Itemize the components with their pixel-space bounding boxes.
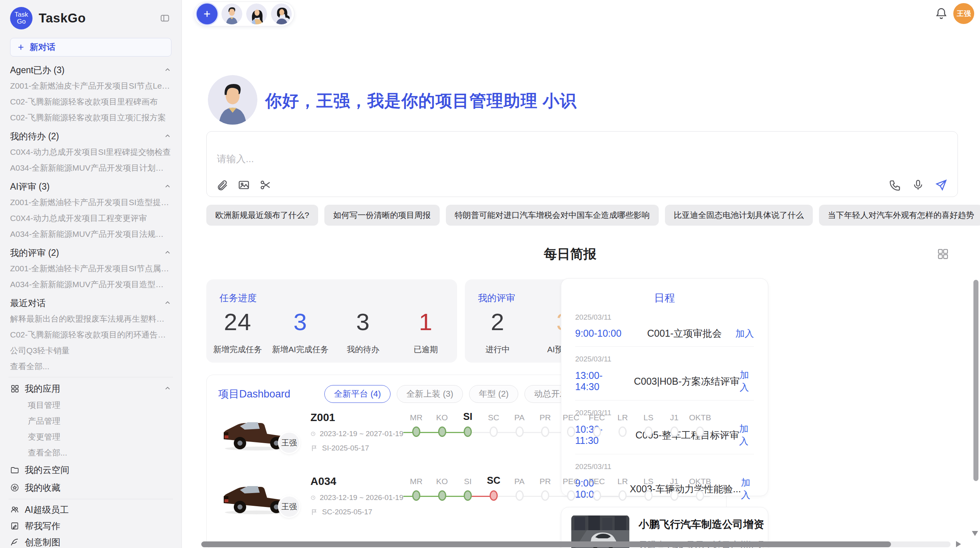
tab-year-model[interactable]: 年型 (2)	[469, 385, 518, 403]
list-item[interactable]: A034-全新新能源MUV产品开发项目法规符合性评审	[10, 229, 171, 239]
project-code: Z001	[310, 411, 403, 424]
chevron-up-icon[interactable]	[164, 66, 171, 74]
milestone-label: J1	[661, 410, 687, 422]
taskgo-app: Task Go TaskGo 新对话 Agent已办 (3) Z001-全新燃油…	[0, 0, 980, 548]
vertical-scrollbar-thumb[interactable]	[973, 280, 978, 481]
sidebar-item-ai-employee[interactable]: AI超级员工	[10, 504, 171, 515]
suggestion-chip[interactable]: 比亚迪全固态电池计划具体说了什么	[665, 205, 813, 226]
new-chat-button[interactable]: 新对话	[10, 38, 171, 57]
milestone-label: PR	[532, 410, 558, 422]
agent-avatar-3[interactable]	[271, 3, 292, 24]
list-item[interactable]: Z001-全新燃油轻卡产品开发项目SI造型提交物评审	[10, 197, 171, 207]
project-code: A034	[310, 475, 403, 488]
microphone-icon[interactable]	[912, 179, 924, 191]
project-dates: 2023-12-19 ~ 2027-01-19	[310, 430, 403, 438]
folder-icon	[10, 465, 19, 474]
favorites-label: 我的收藏	[25, 482, 60, 494]
list-item[interactable]: C0X4-动力总成开发项目工程变更评审	[10, 213, 171, 223]
project-info: Z001 2023-12-19 ~ 2027-01-19 SI-2025-05-…	[310, 410, 403, 474]
suggestion-chip[interactable]: 如何写一份清晰的项目周报	[324, 205, 440, 226]
tab-new-body[interactable]: 全新上装 (3)	[397, 385, 463, 403]
join-button[interactable]: 加入	[739, 423, 754, 447]
flag-icon	[310, 444, 318, 452]
view-all-apps[interactable]: 查看全部...	[10, 448, 171, 458]
milestone-label: FEC	[584, 410, 610, 422]
section-agent-done[interactable]: Agent已办 (3)	[10, 65, 171, 75]
flag-icon	[310, 508, 318, 516]
list-item[interactable]: C0X4-动力总成开发项目SI里程碑提交物检查	[10, 147, 171, 157]
chevron-up-icon[interactable]	[164, 132, 171, 140]
join-button[interactable]: 加入	[735, 327, 754, 340]
milestone-node	[567, 426, 575, 437]
project-media: 王强	[220, 410, 293, 474]
project-info: A034 2023-12-19 ~ 2026-01-19 SC-2025-05-…	[310, 474, 403, 538]
list-item[interactable]: A034-全新新能源MUV产品开发项目计划变更表编写	[10, 163, 171, 173]
list-item[interactable]: C02-飞腾新能源轻客改款项目立项汇报方案	[10, 113, 171, 123]
phone-icon[interactable]	[889, 179, 901, 191]
add-agent-button[interactable]	[197, 3, 218, 24]
chevron-up-icon[interactable]	[164, 299, 171, 307]
sidebar-item-help-write[interactable]: 帮我写作	[10, 520, 171, 532]
milestone-label: SC	[481, 410, 507, 422]
schedule-event: 2025/03/11 13:00-14:30 C003|H0B-方案冻结评审 加…	[575, 347, 754, 401]
people-icon	[10, 505, 19, 514]
suggestion-chip[interactable]: 欧洲新规最近颁布了什么?	[206, 205, 318, 226]
section-ai-review[interactable]: AI评审 (3)	[10, 182, 171, 192]
section-recent-chats[interactable]: 最近对话	[10, 298, 171, 308]
assistant-avatar	[208, 75, 257, 125]
sidebar-item-cloud-space[interactable]: 我的云空间	[10, 464, 171, 476]
join-button[interactable]: 加入	[741, 476, 754, 501]
milestone-node	[644, 490, 653, 501]
sidebar-item-favorites[interactable]: 我的收藏	[10, 482, 171, 493]
horizontal-scrollbar-track[interactable]	[201, 541, 951, 547]
attachment-icon[interactable]	[216, 179, 228, 191]
sidebar-item-project-mgmt[interactable]: 项目管理	[10, 400, 171, 410]
user-avatar[interactable]: 王强	[953, 3, 974, 24]
sidebar-item-change-mgmt[interactable]: 变更管理	[10, 432, 171, 442]
composer-left-tools	[216, 179, 272, 191]
scroll-right-arrow-icon[interactable]	[956, 541, 961, 547]
chevron-up-icon[interactable]	[164, 183, 171, 190]
milestone-label: MR	[403, 474, 429, 486]
list-item[interactable]: 解释最新出台的欧盟报废车法规再生塑料比例被调至15%...	[10, 314, 171, 324]
suggestion-chip[interactable]: 当下年轻人对汽车外观有怎样的喜好趋势	[819, 205, 980, 226]
stat-value: 3	[332, 308, 394, 336]
composer-right-tools	[889, 179, 947, 191]
section-title: 我的待办 (2)	[10, 130, 59, 142]
notifications-bell-icon[interactable]	[935, 7, 948, 20]
section-my-review[interactable]: 我的评审 (2)	[10, 248, 171, 258]
image-icon[interactable]	[238, 179, 250, 191]
send-icon[interactable]	[935, 179, 947, 191]
horizontal-scrollbar-thumb[interactable]	[201, 541, 891, 547]
list-item[interactable]: Z001-全新燃油皮卡产品开发项目SI节点Lesson Learn报告	[10, 81, 171, 91]
view-all-chats[interactable]: 查看全部...	[10, 361, 171, 372]
list-item[interactable]: C02-飞腾新能源轻客改款项目里程碑画布	[10, 97, 171, 107]
milestone-node-done	[412, 490, 420, 501]
layout-grid-icon[interactable]	[937, 248, 949, 260]
list-item[interactable]: Z001-全新燃油轻卡产品开发项目SI节点属性5D文件评审	[10, 264, 171, 274]
milestone-node	[516, 490, 524, 501]
join-button[interactable]: 加入	[740, 369, 754, 394]
scroll-down-arrow-icon[interactable]	[972, 531, 978, 536]
sidebar-item-product-mgmt[interactable]: 产品管理	[10, 416, 171, 426]
card-title: 任务进度	[219, 292, 257, 304]
sidebar-header: Task Go TaskGo	[10, 7, 171, 29]
list-item[interactable]: 公司Q3轻卡销量	[10, 346, 171, 356]
list-item[interactable]: A034-全新新能源MUV产品开发项目造型可行性评审	[10, 279, 171, 289]
section-my-todo[interactable]: 我的待办 (2)	[10, 131, 171, 141]
stat-value: 1	[394, 308, 457, 336]
milestone-node	[696, 426, 704, 437]
sidebar-collapse-icon[interactable]	[158, 12, 171, 24]
scissors-icon[interactable]	[259, 179, 272, 191]
chat-input[interactable]	[217, 153, 759, 164]
sidebar-item-creative-draw[interactable]: 创意制图	[10, 536, 171, 548]
tab-new-platform[interactable]: 全新平台 (4)	[324, 385, 391, 403]
sidebar-item-my-apps[interactable]: 我的应用	[10, 383, 171, 394]
list-item[interactable]: C02-飞腾新能源轻客改款项目的闭环通告反馈情况	[10, 330, 171, 340]
suggestion-chip[interactable]: 特朗普可能对进口汽车增税会对中国车企造成哪些影响	[446, 205, 659, 226]
agent-avatar-2[interactable]	[246, 3, 267, 24]
chevron-up-icon[interactable]	[164, 385, 171, 392]
milestone-label: OKTB	[687, 410, 713, 422]
agent-avatar-1[interactable]	[221, 3, 242, 24]
chevron-up-icon[interactable]	[164, 249, 171, 257]
